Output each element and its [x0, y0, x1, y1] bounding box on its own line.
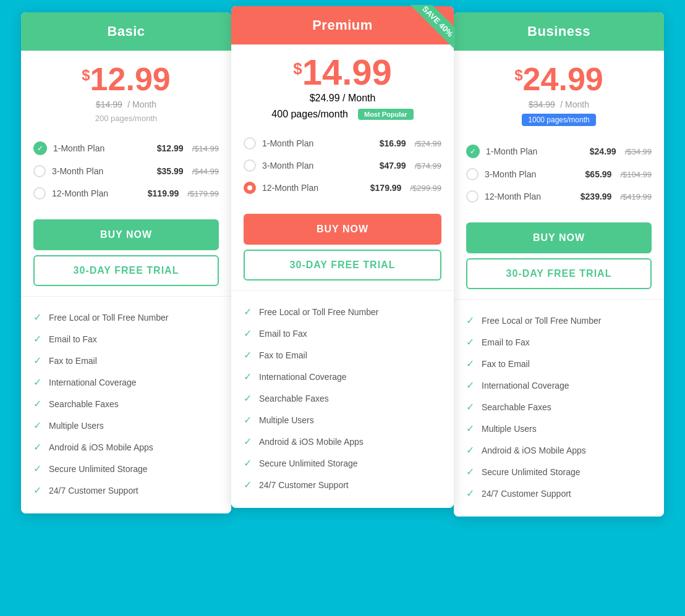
premium-price: $14.99 — [244, 54, 441, 90]
list-item: ✓Secure Unlimited Storage — [33, 458, 219, 479]
list-item: ✓Email to Fax — [466, 331, 652, 353]
check-icon: ✓ — [466, 314, 474, 326]
business-pages: 1000 pages/month — [522, 114, 595, 126]
list-item: ✓24/7 Customer Support — [466, 483, 652, 504]
business-3month-old: /$104.99 — [620, 170, 652, 179]
check-icon: ✓ — [33, 441, 41, 453]
business-12month-old: /$419.99 — [620, 192, 652, 201]
premium-pricing: $14.99 $24.99 / Month 400 pages/month Mo… — [231, 44, 454, 125]
business-pricing: $24.99 $34.99 / Month 1000 pages/month — [454, 51, 664, 132]
premium-option-12month[interactable]: 12-Month Plan $179.99 /$299.99 — [244, 177, 441, 199]
list-item: ✓Searchable Faxes — [244, 387, 441, 409]
plan-premium: SAVE 40% Premium $14.99 $24.99 / Month 4… — [231, 6, 454, 508]
check-icon: ✓ — [244, 327, 252, 339]
list-item: ✓Fax to Email — [466, 353, 652, 374]
business-1month-old: /$34.99 — [625, 147, 652, 156]
premium-buy-button[interactable]: BUY NOW — [244, 214, 441, 245]
basic-3month-label: 3-Month Plan — [52, 166, 148, 176]
check-icon: ✓ — [466, 401, 474, 413]
business-option-12month[interactable]: 12-Month Plan $239.99 /$419.99 — [466, 185, 652, 208]
premium-pages: 400 pages/month — [271, 109, 348, 120]
list-item: ✓Secure Unlimited Storage — [244, 452, 441, 474]
business-3month-radio — [466, 168, 479, 180]
premium-option-1month[interactable]: 1-Month Plan $16.99 /$24.99 — [244, 132, 441, 154]
business-trial-button[interactable]: 30-DAY FREE TRIAL — [466, 258, 652, 289]
basic-option-12month[interactable]: 12-Month Plan $119.99 /$179.99 — [33, 182, 219, 205]
basic-1month-label: 1-Month Plan — [53, 143, 148, 153]
premium-12month-price: $179.99 — [370, 183, 402, 193]
basic-options: ✓ 1-Month Plan $12.99 /$14.99 3-Month Pl… — [21, 129, 231, 212]
premium-1month-old: /$24.99 — [415, 139, 441, 148]
business-option-3month[interactable]: 3-Month Plan $65.99 /$104.99 — [466, 163, 652, 185]
check-icon: ✓ — [244, 349, 252, 361]
check-icon: ✓ — [466, 487, 474, 499]
premium-1month-label: 1-Month Plan — [262, 138, 371, 148]
check-icon: ✓ — [244, 479, 252, 491]
check-icon: ✓ — [33, 311, 41, 323]
business-12month-price: $239.99 — [581, 192, 612, 201]
check-icon: ✓ — [33, 355, 41, 366]
check-icon: ✓ — [33, 420, 41, 431]
premium-3month-old: /$74.99 — [415, 161, 441, 171]
check-icon: ✓ — [244, 436, 252, 447]
basic-12month-radio — [33, 187, 46, 200]
check-icon: ✓ — [466, 358, 474, 369]
basic-12month-price: $119.99 — [148, 188, 179, 198]
basic-3month-price: $35.99 — [157, 166, 184, 176]
basic-price: $12.99 — [31, 63, 221, 95]
check-icon: ✓ — [244, 371, 252, 382]
basic-1month-check: ✓ — [33, 141, 47, 155]
check-icon: ✓ — [466, 466, 474, 478]
basic-1month-old: /$14.99 — [192, 144, 219, 153]
premium-trial-button[interactable]: 30-DAY FREE TRIAL — [244, 250, 441, 281]
premium-option-3month[interactable]: 3-Month Plan $47.99 /$74.99 — [244, 154, 441, 177]
basic-buy-button[interactable]: BUY NOW — [33, 219, 219, 250]
premium-options: 1-Month Plan $16.99 /$24.99 3-Month Plan… — [231, 125, 454, 206]
check-icon: ✓ — [466, 379, 474, 391]
premium-12month-label: 12-Month Plan — [262, 183, 362, 193]
list-item: ✓Free Local or Toll Free Number — [244, 301, 441, 323]
list-item: ✓Multiple Users — [33, 415, 219, 436]
list-item: ✓Free Local or Toll Free Number — [33, 306, 219, 328]
basic-option-1month[interactable]: ✓ 1-Month Plan $12.99 /$14.99 — [33, 137, 219, 160]
premium-1month-price: $16.99 — [380, 138, 406, 148]
list-item: ✓Email to Fax — [33, 328, 219, 350]
list-item: ✓Searchable Faxes — [33, 393, 219, 415]
business-3month-price: $65.99 — [585, 169, 612, 179]
basic-12month-label: 12-Month Plan — [52, 188, 139, 198]
premium-3month-label: 3-Month Plan — [262, 161, 371, 171]
business-1month-label: 1-Month Plan — [486, 146, 581, 156]
check-icon: ✓ — [466, 444, 474, 456]
check-icon: ✓ — [244, 306, 252, 318]
business-header: Business — [454, 12, 664, 51]
list-item: ✓Android & iOS Mobile Apps — [33, 436, 219, 458]
premium-old-price: $24.99 — [310, 93, 340, 103]
list-item: ✓Email to Fax — [244, 323, 441, 344]
business-old-price: $34.99 — [529, 99, 555, 109]
check-icon: ✓ — [244, 392, 252, 404]
list-item: ✓Multiple Users — [244, 409, 441, 431]
list-item: ✓International Coverage — [33, 371, 219, 393]
check-icon: ✓ — [33, 398, 41, 410]
list-item: ✓Android & iOS Mobile Apps — [466, 439, 652, 461]
business-option-1month[interactable]: ✓ 1-Month Plan $24.99 /$34.99 — [466, 140, 652, 163]
plan-business: Business $24.99 $34.99 / Month 1000 page… — [454, 12, 664, 517]
list-item: ✓Fax to Email — [244, 344, 441, 366]
business-12month-label: 12-Month Plan — [485, 192, 572, 201]
basic-3month-old: /$44.99 — [192, 167, 219, 176]
business-12month-radio — [466, 190, 479, 203]
list-item: ✓Secure Unlimited Storage — [466, 461, 652, 483]
basic-option-3month[interactable]: 3-Month Plan $35.99 /$44.99 — [33, 160, 219, 182]
business-1month-check: ✓ — [466, 145, 480, 158]
basic-trial-button[interactable]: 30-DAY FREE TRIAL — [33, 255, 219, 286]
business-buy-button[interactable]: BUY NOW — [466, 222, 652, 253]
check-icon: ✓ — [466, 423, 474, 434]
check-icon: ✓ — [466, 336, 474, 348]
basic-old-price: $14.99 — [96, 99, 122, 109]
list-item: ✓Free Local or Toll Free Number — [466, 310, 652, 331]
basic-12month-old: /$179.99 — [187, 189, 219, 198]
list-item: ✓Fax to Email — [33, 350, 219, 371]
business-features: ✓Free Local or Toll Free Number ✓Email t… — [454, 300, 664, 517]
list-item: ✓24/7 Customer Support — [33, 479, 219, 501]
premium-3month-radio — [244, 159, 256, 172]
